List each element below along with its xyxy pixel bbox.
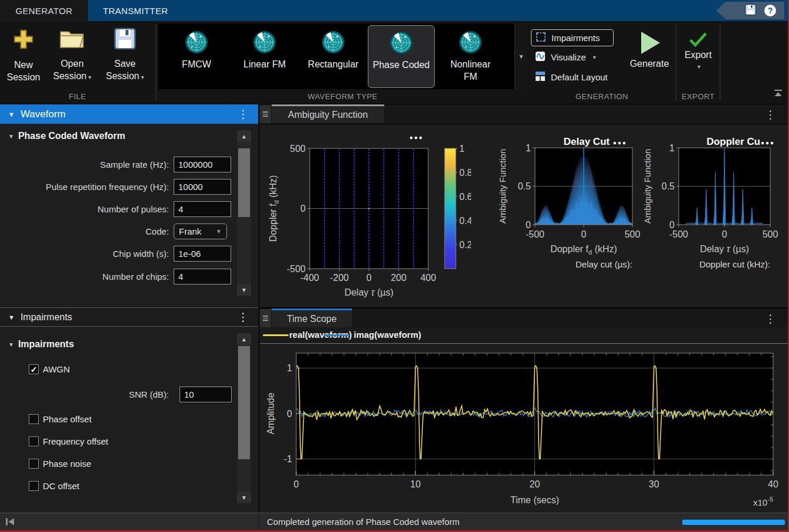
selection-corners-icon xyxy=(536,32,546,44)
svg-text:x10-5: x10-5 xyxy=(753,496,773,507)
svg-text:0: 0 xyxy=(669,220,675,230)
svg-text:20: 20 xyxy=(530,479,540,489)
scroll-up-icon[interactable]: ▲ xyxy=(237,130,251,142)
scrollbar-thumb[interactable] xyxy=(238,346,250,459)
scrollbar-thumb[interactable] xyxy=(238,148,250,217)
collapse-arrow-icon[interactable]: ▼ xyxy=(8,341,14,348)
waveform-type-fmcw[interactable]: FMCW xyxy=(164,25,229,87)
svg-text:Doppler Cu: Doppler Cu xyxy=(706,136,760,147)
tab-ambiguity-function[interactable]: Ambiguity Function xyxy=(272,104,384,123)
dc-offset-row: DC offset xyxy=(29,481,79,491)
gallery-dropdown-button[interactable]: ▼ xyxy=(514,23,527,89)
svg-text:Ambiguity Function: Ambiguity Function xyxy=(497,149,507,224)
tab-bar-menu-icon[interactable]: ⋮ xyxy=(765,312,776,326)
snr-input[interactable] xyxy=(180,387,232,402)
waveform-type-rectangular[interactable]: Rectangular xyxy=(301,25,365,87)
tab-drag-handle-icon[interactable] xyxy=(260,309,271,327)
code-dropdown[interactable]: Frank▼ xyxy=(174,223,227,239)
open-session-button[interactable]: Open Session▾ xyxy=(50,27,94,83)
chevron-down-icon: ▼ xyxy=(216,228,222,235)
impairments-toggle-button[interactable]: Impairments xyxy=(531,29,614,46)
svg-text:-500: -500 xyxy=(287,264,306,274)
chip-width-s-input[interactable] xyxy=(174,246,231,262)
plot-menu-icon xyxy=(623,142,626,145)
tab-generator[interactable]: GENERATOR xyxy=(0,0,88,21)
waveform-type-phase-coded[interactable]: Phase Coded xyxy=(368,25,435,88)
number-of-chips-input[interactable] xyxy=(174,269,231,284)
svg-text:-500: -500 xyxy=(669,229,688,239)
radar-icon xyxy=(164,31,229,56)
default-layout-button[interactable]: Default Layout xyxy=(535,71,608,83)
radar-icon xyxy=(301,31,365,56)
tab-transmitter[interactable]: TRANSMITTER xyxy=(88,0,183,21)
svg-text:0: 0 xyxy=(722,229,727,239)
sample-rate-hz-input[interactable] xyxy=(174,157,231,172)
impairments-section-header[interactable]: ▼ Impairments xyxy=(8,339,74,350)
time-scope-plot[interactable]: -101010203040AmplitudeTime (secs)x10-5 xyxy=(260,344,789,511)
impairments-toggle-label: Impairments xyxy=(551,33,600,43)
code-label: Code: xyxy=(0,223,169,239)
new-session-button[interactable]: New Session xyxy=(2,27,45,83)
doppler-cut-plot[interactable]: Doppler Cu 0 0.5 1 -500 0 500Ambiguity F… xyxy=(642,124,789,307)
plot-menu-icon xyxy=(410,137,413,140)
app-window: GENERATORTRANSMITTER ? New Session Open … xyxy=(0,0,789,532)
waveform-type-nonlinear-fm[interactable]: Nonlinear FM xyxy=(438,25,503,87)
phase-noise-checkbox[interactable] xyxy=(29,459,39,469)
frequency-offset-checkbox[interactable] xyxy=(29,436,39,446)
app-tab-bar: GENERATORTRANSMITTER ? xyxy=(0,0,788,21)
waveform-type-section-label: WAVEFORM TYPE xyxy=(284,92,401,101)
ambiguity-tab-bar: Ambiguity Function ⋮ xyxy=(260,104,789,124)
export-section-label: EXPORT xyxy=(669,92,727,101)
collapse-ribbon-icon[interactable] xyxy=(773,89,783,100)
tab-time-scope[interactable]: Time Scope xyxy=(272,309,352,327)
plot-menu-icon xyxy=(415,137,418,140)
file-section-label: FILE xyxy=(48,92,107,101)
chevron-down-icon: ▾ xyxy=(141,74,144,80)
plus-icon xyxy=(11,43,36,53)
generate-button[interactable]: Generate xyxy=(629,29,670,69)
plot-menu-icon xyxy=(419,137,422,140)
phase-offset-checkbox[interactable] xyxy=(29,414,39,424)
dc-offset-checkbox[interactable] xyxy=(29,481,39,491)
save-session-button[interactable]: Save Session▾ xyxy=(103,27,147,83)
svg-text:500: 500 xyxy=(763,229,778,239)
impairments-panel-header[interactable]: ▼ Impairments ⋮ xyxy=(0,307,258,327)
collapse-arrow-icon[interactable]: ▼ xyxy=(8,111,15,118)
help-icon[interactable]: ? xyxy=(764,5,776,16)
svg-text:10: 10 xyxy=(410,479,421,489)
waveform-section-header[interactable]: ▼ Phase Coded Waveform xyxy=(8,131,125,141)
impairments-scrollbar[interactable]: ▲ ▼ xyxy=(237,333,251,503)
section-divider xyxy=(676,25,676,101)
collapse-panel-icon[interactable] xyxy=(5,517,15,529)
collapse-arrow-icon[interactable]: ▼ xyxy=(8,314,15,321)
scroll-down-icon[interactable]: ▼ xyxy=(237,284,251,296)
export-button[interactable]: Export ▾ xyxy=(679,32,717,70)
delay-cut-plot[interactable]: Delay Cut 0 0.5 1 -500 0 500Ambiguity Fu… xyxy=(496,124,642,307)
tab-bar-menu-icon[interactable]: ⋮ xyxy=(765,108,776,121)
visualize-button[interactable]: Visualize ▾ xyxy=(535,51,596,63)
panel-menu-icon[interactable]: ⋮ xyxy=(238,313,249,321)
time-scope-tab-label: Time Scope xyxy=(287,314,337,324)
panel-menu-icon[interactable]: ⋮ xyxy=(238,110,249,118)
svg-text:Doppler fd​ (kHz): Doppler fd​ (kHz) xyxy=(550,244,617,256)
number-of-chips-label: Number of chips: xyxy=(0,269,169,284)
svg-text:1: 1 xyxy=(459,144,465,154)
pulse-repetition-frequency-hz-input[interactable] xyxy=(174,179,231,195)
waveform-type-linear-fm[interactable]: Linear FM xyxy=(232,25,297,87)
number-of-pulses-input[interactable] xyxy=(174,201,231,217)
tab-drag-handle-icon[interactable] xyxy=(260,105,271,123)
ambiguity-heatmap-plot[interactable]: 500 0 -500 -400 -200 0 200 400Doppler fd… xyxy=(260,124,471,307)
svg-text:400: 400 xyxy=(421,273,436,283)
waveform-section-title: Phase Coded Waveform xyxy=(18,131,126,141)
waveform-panel-header[interactable]: ▼ Waveform ⋮ xyxy=(0,104,258,124)
scroll-up-icon[interactable]: ▲ xyxy=(237,333,251,345)
svg-text:-200: -200 xyxy=(330,273,348,283)
waveform-scrollbar[interactable]: ▲ ▼ xyxy=(237,130,251,296)
collapse-arrow-icon[interactable]: ▼ xyxy=(8,133,14,140)
scroll-down-icon[interactable]: ▼ xyxy=(237,492,251,503)
ambiguity-tab-label: Ambiguity Function xyxy=(288,110,368,120)
save-icon[interactable] xyxy=(744,4,757,18)
svg-text:0: 0 xyxy=(294,479,299,489)
time-scope-tab-bar: Time Scope ⋮ xyxy=(260,309,789,328)
awgn-checkbox[interactable]: ✓ xyxy=(29,364,39,374)
